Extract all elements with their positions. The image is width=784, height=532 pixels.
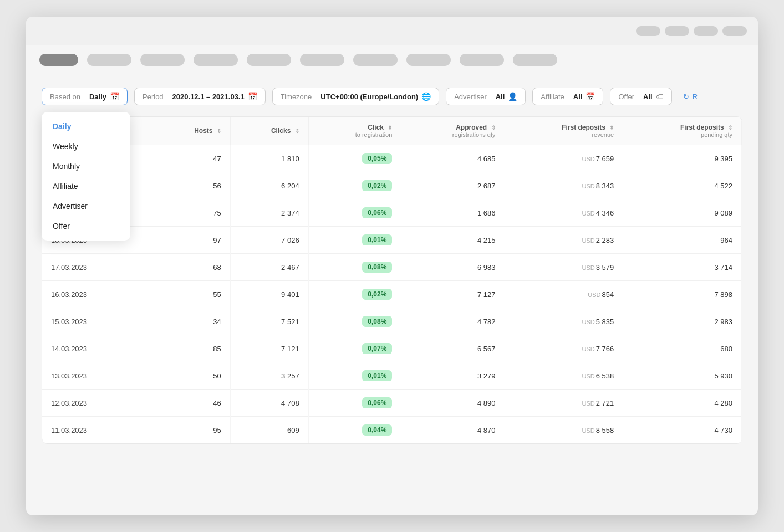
affiliate-calendar-icon: 📅 — [586, 92, 595, 101]
dropdown-item-weekly[interactable]: Weekly — [42, 136, 130, 156]
nav-item-active[interactable] — [39, 54, 78, 66]
based-on-filter[interactable]: Based on Daily 📅 — [42, 88, 128, 105]
cell-ctr: 0,01% — [308, 362, 401, 390]
cell-ctr: 0,08% — [308, 254, 401, 281]
cell-fd-pending: 9 089 — [623, 200, 742, 227]
cell-fd-revenue: USD2 721 — [505, 390, 623, 417]
ctr-badge: 0,04% — [362, 424, 392, 436]
nav-item-5[interactable] — [247, 54, 291, 66]
table-row: 15.03.2023 34 7 521 0,08% 4 782 USD5 835… — [42, 308, 742, 335]
cell-fd-revenue: USD8 343 — [505, 172, 623, 200]
cell-fd-pending: 4 280 — [623, 390, 742, 417]
ctr-badge: 0,05% — [362, 153, 392, 164]
table-row: 14.03.2023 85 7 121 0,07% 6 567 USD7 766… — [42, 335, 742, 362]
dropdown-item-offer[interactable]: Offer — [42, 216, 130, 236]
advertiser-filter[interactable]: Advertiser All 👤 — [446, 88, 526, 105]
cell-fd-revenue: USD8 558 — [505, 417, 623, 444]
cell-ctr: 0,01% — [308, 227, 401, 254]
offer-value: All — [643, 93, 653, 101]
cell-fd-pending: 9 395 — [623, 145, 742, 172]
timezone-filter[interactable]: Timezone UTC+00:00 (Europe/London) 🌐 — [272, 88, 439, 105]
affiliate-label: Affiliate — [541, 93, 564, 101]
cell-hosts: 55 — [154, 281, 230, 308]
nav-item-8[interactable] — [406, 54, 451, 66]
ctr-badge: 0,02% — [362, 180, 392, 191]
data-table: Hosts ⇕ Clicks ⇕ Click ⇕ to registration — [42, 116, 742, 444]
cell-clicks: 3 257 — [230, 362, 308, 390]
cell-fd-pending: 5 930 — [623, 362, 742, 390]
nav-item-9[interactable] — [460, 54, 504, 66]
nav-item-10[interactable] — [513, 54, 557, 66]
dropdown-item-monthly[interactable]: Monthly — [42, 156, 130, 176]
dropdown-item-affiliate[interactable]: Affiliate — [42, 176, 130, 196]
cell-date: 13.03.2023 — [42, 362, 154, 390]
nav-item-3[interactable] — [140, 54, 185, 66]
cell-clicks: 2 374 — [230, 200, 308, 227]
cell-fd-revenue: USD7 659 — [505, 145, 623, 172]
nav-item-4[interactable] — [194, 54, 238, 66]
period-value: 2020.12.1 – 2021.03.1 — [172, 93, 245, 101]
tag-icon: 🏷 — [656, 92, 664, 101]
cell-clicks: 1 810 — [230, 145, 308, 172]
cell-fd-pending: 2 983 — [623, 308, 742, 335]
table-row: 47 1 810 0,05% 4 685 USD7 659 9 395 — [42, 145, 742, 172]
col-hosts[interactable]: Hosts ⇕ — [154, 117, 230, 145]
offer-filter[interactable]: Offer All 🏷 — [610, 88, 671, 105]
title-bar — [26, 17, 758, 45]
cell-fd-revenue: USD5 835 — [505, 308, 623, 335]
advertiser-label: Advertiser — [454, 93, 487, 101]
col-ctr[interactable]: Click ⇕ to registration — [308, 117, 401, 145]
cell-date: 14.03.2023 — [42, 335, 154, 362]
cell-date: 11.03.2023 — [42, 417, 154, 444]
period-filter[interactable]: Period 2020.12.1 – 2021.03.1 📅 — [134, 88, 266, 105]
cell-ctr: 0,02% — [308, 281, 401, 308]
cell-date: 12.03.2023 — [42, 390, 154, 417]
globe-icon: 🌐 — [421, 92, 431, 101]
ctr-sort-icon: ⇕ — [388, 125, 392, 131]
cell-fd-pending: 4 730 — [623, 417, 742, 444]
cell-clicks: 9 401 — [230, 281, 308, 308]
affiliate-filter[interactable]: Affiliate All 📅 — [532, 88, 603, 105]
col-clicks[interactable]: Clicks ⇕ — [230, 117, 308, 145]
cell-hosts: 56 — [154, 172, 230, 200]
refresh-button[interactable]: ↻ R — [679, 89, 702, 105]
timezone-label: Timezone — [281, 93, 312, 101]
person-icon: 👤 — [508, 92, 517, 101]
content-area: Based on Daily 📅 Period 2020.12.1 – 2021… — [26, 74, 758, 457]
dropdown-item-daily[interactable]: Daily — [42, 116, 130, 136]
cell-fd-pending: 964 — [623, 227, 742, 254]
cell-clicks: 6 204 — [230, 172, 308, 200]
nav-item-6[interactable] — [300, 54, 344, 66]
cell-ctr: 0,05% — [308, 145, 401, 172]
cell-fd-revenue: USD2 283 — [505, 227, 623, 254]
app-window: Based on Daily 📅 Period 2020.12.1 – 2021… — [26, 17, 758, 515]
ctr-badge: 0,08% — [362, 262, 392, 273]
col-approved[interactable]: Approved ⇕ registrations qty — [401, 117, 505, 145]
cell-fd-pending: 3 714 — [623, 254, 742, 281]
nav-item-2[interactable] — [87, 54, 131, 66]
nav-item-7[interactable] — [353, 54, 398, 66]
calendar-icon: 📅 — [110, 92, 119, 101]
cell-date: 17.03.2023 — [42, 254, 154, 281]
cell-clicks: 609 — [230, 417, 308, 444]
table-header-row: Hosts ⇕ Clicks ⇕ Click ⇕ to registration — [42, 117, 742, 145]
cell-ctr: 0,08% — [308, 308, 401, 335]
dropdown-menu: Daily Weekly Monthly Affiliate Advertise… — [42, 112, 130, 241]
table-row: 13.03.2023 50 3 257 0,01% 3 279 USD6 538… — [42, 362, 742, 390]
based-on-value: Daily — [89, 93, 106, 101]
fd-revenue-sort-icon: ⇕ — [609, 125, 614, 131]
cell-approved: 7 127 — [401, 281, 505, 308]
cell-hosts: 75 — [154, 200, 230, 227]
dropdown-item-advertiser[interactable]: Advertiser — [42, 196, 130, 216]
approved-sort-icon: ⇕ — [491, 125, 496, 131]
titlebar-pill-2 — [665, 26, 689, 36]
table-row: 56 6 204 0,02% 2 687 USD8 343 4 522 — [42, 172, 742, 200]
ctr-badge: 0,06% — [362, 207, 392, 218]
cell-hosts: 34 — [154, 308, 230, 335]
col-fd-pending[interactable]: First deposits ⇕ pending qty — [623, 117, 742, 145]
cell-approved: 3 279 — [401, 362, 505, 390]
col-fd-revenue[interactable]: First deposits ⇕ revenue — [505, 117, 623, 145]
cell-fd-revenue: USD7 766 — [505, 335, 623, 362]
cell-fd-revenue: USD4 346 — [505, 200, 623, 227]
cell-fd-pending: 680 — [623, 335, 742, 362]
